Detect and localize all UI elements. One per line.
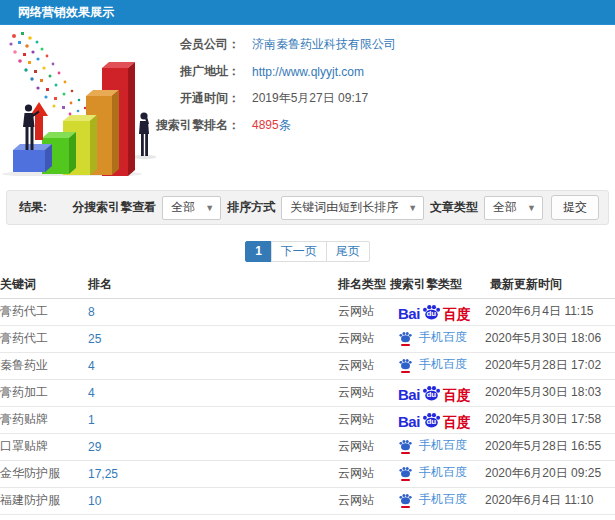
rank-type-cell: 云网站 (338, 487, 390, 514)
keyword-cell: 秦鲁药业 (0, 352, 88, 379)
baidu-pc-logo: Bai du 百度 (398, 383, 471, 402)
rank-label: 搜索引擎排名： (140, 117, 240, 134)
rank-type-cell: 云网站 (338, 433, 390, 460)
filter-bar: 结果: 分搜索引擎查看 全部 ▼ 排序方式 关键词由短到长排序 ▼ 文章类型 全… (6, 190, 609, 225)
top-section: 会员公司： 济南秦鲁药业科技有限公司 推广地址： http://www.qlyy… (0, 25, 615, 187)
table-row: 福建防护服 10 云网站 (0, 487, 615, 514)
rank-link[interactable]: 4 (88, 359, 95, 373)
baidu-paw-icon: du (421, 302, 442, 321)
engine-cell: Bai du 百度 (390, 406, 485, 433)
rank-count: 4895条 (252, 117, 291, 134)
engine-cell: 手机百度 (390, 460, 485, 487)
results-table-body: 膏药代工 8 云网站 Bai du (0, 298, 615, 520)
baidu-mobile-logo: 手机百度 (398, 357, 467, 372)
baidu-paw-icon (398, 438, 413, 453)
engine-filter-label: 分搜索引擎查看 (72, 199, 156, 216)
updated-cell (485, 514, 615, 520)
keyword-cell: 膏药代工 (0, 325, 88, 352)
header-rank-type: 排名类型 (338, 272, 390, 298)
pagination: 1 下一页 尾页 (0, 241, 615, 262)
rank-type-cell: 云网站 (338, 379, 390, 406)
rank-type-cell: 云网站 (338, 352, 390, 379)
baidu-paw-icon: du (421, 383, 442, 402)
page-title: 网络营销效果展示 (18, 5, 114, 19)
header-keyword: 关键词 (0, 272, 88, 298)
baidu-mobile-logo: 手机百度 (398, 438, 467, 453)
company-link[interactable]: 济南秦鲁药业科技有限公司 (252, 36, 396, 53)
company-row: 会员公司： 济南秦鲁药业科技有限公司 (140, 31, 396, 58)
page-1-button[interactable]: 1 (245, 241, 272, 262)
table-row: 秦鲁药业 4 云网站 (0, 352, 615, 379)
confetti-dots (9, 32, 86, 115)
keyword-cell (0, 514, 88, 520)
baidu-paw-icon (398, 492, 413, 507)
updated-cell: 2020年5月30日 18:06 (485, 325, 615, 352)
updated-cell: 2020年5月30日 17:58 (485, 406, 615, 433)
submit-button[interactable]: 提交 (551, 195, 599, 220)
company-label: 会员公司： (140, 36, 240, 53)
url-row: 推广地址： http://www.qlyyjt.com (140, 58, 396, 85)
engine-filter-select[interactable]: 全部 ▼ (162, 196, 221, 220)
table-header-row: 关键词 排名 排名类型 搜索引擎类型 最新更新时间 (0, 272, 615, 298)
rank-type-cell (338, 514, 390, 520)
engine-cell: 手机百度 (390, 325, 485, 352)
rank-link[interactable]: 10 (88, 494, 101, 508)
sort-label: 排序方式 (227, 199, 275, 216)
table-row: 膏药代工 8 云网站 Bai du (0, 298, 615, 325)
updated-cell: 2020年6月4日 11:15 (485, 298, 615, 325)
engine-cell: Bai du 百度 (390, 298, 485, 325)
chevron-down-icon: ▼ (527, 203, 536, 213)
table-row: 膏药代工 25 云网站 (0, 325, 615, 352)
keyword-cell: 膏药加工 (0, 379, 88, 406)
header-updated: 最新更新时间 (485, 272, 615, 298)
updated-cell: 2020年5月28日 16:55 (485, 433, 615, 460)
article-type-label: 文章类型 (430, 199, 478, 216)
rank-link[interactable]: 4 (88, 386, 95, 400)
baidu-paw-icon (398, 330, 413, 345)
keyword-cell: 口罩贴牌 (0, 433, 88, 460)
table-row: 金华防护服 17,25 云网站 (0, 460, 615, 487)
updated-cell: 2020年5月28日 17:02 (485, 352, 615, 379)
last-page-button[interactable]: 尾页 (326, 241, 370, 262)
rank-type-cell: 云网站 (338, 406, 390, 433)
table-row: 膏药贴牌 1 云网站 Bai du (0, 406, 615, 433)
keyword-cell: 膏药代工 (0, 298, 88, 325)
table-row: Bai du 百度 (0, 514, 615, 520)
chevron-down-icon: ▼ (205, 203, 214, 213)
titlebar: 网络营销效果展示 (0, 0, 615, 25)
baidu-mobile-logo: 手机百度 (398, 465, 467, 480)
opened-time: 2019年5月27日 09:17 (252, 90, 368, 107)
baidu-mobile-logo: 手机百度 (398, 330, 467, 345)
page: 网络营销效果展示 (0, 0, 615, 520)
updated-cell: 2020年6月4日 11:10 (485, 487, 615, 514)
updated-cell: 2020年6月20日 09:25 (485, 460, 615, 487)
results-table: 关键词 排名 排名类型 搜索引擎类型 最新更新时间 膏药代工 8 云网站 Bai (0, 272, 615, 520)
updated-cell: 2020年5月30日 18:03 (485, 379, 615, 406)
chevron-down-icon: ▼ (408, 203, 417, 213)
filter-controls: 分搜索引擎查看 全部 ▼ 排序方式 关键词由短到长排序 ▼ 文章类型 全部 ▼ … (66, 195, 599, 220)
sort-value: 关键词由短到长排序 (290, 199, 398, 216)
keyword-cell: 福建防护服 (0, 487, 88, 514)
engine-cell: Bai du 百度 (390, 379, 485, 406)
baidu-mobile-logo: 手机百度 (398, 492, 467, 507)
keyword-cell: 膏药贴牌 (0, 406, 88, 433)
rank-link[interactable]: 17,25 (88, 467, 118, 481)
baidu-pc-logo: Bai du 百度 (398, 410, 471, 429)
rank-link[interactable]: 25 (88, 332, 101, 346)
article-type-select[interactable]: 全部 ▼ (484, 196, 543, 220)
baidu-pc-logo: Bai du 百度 (398, 302, 471, 321)
engine-cell: Bai du 百度 (390, 514, 485, 520)
rank-link[interactable]: 29 (88, 440, 101, 454)
baidu-paw-icon: du (421, 410, 442, 429)
next-page-button[interactable]: 下一页 (271, 241, 327, 262)
opened-label: 开通时间： (140, 90, 240, 107)
rank-link[interactable]: 1 (88, 413, 95, 427)
result-label: 结果: (19, 199, 47, 216)
sort-select[interactable]: 关键词由短到长排序 ▼ (281, 196, 424, 220)
article-type-value: 全部 (493, 199, 517, 216)
url-label: 推广地址： (140, 63, 240, 80)
promotion-url-link[interactable]: http://www.qlyyjt.com (252, 65, 364, 79)
rank-link[interactable]: 8 (88, 305, 95, 319)
rank-type-cell: 云网站 (338, 298, 390, 325)
baidu-paw-icon (398, 357, 413, 372)
